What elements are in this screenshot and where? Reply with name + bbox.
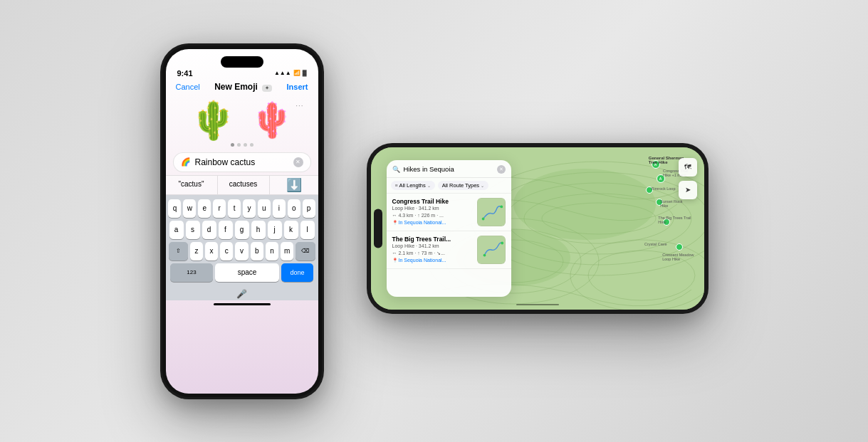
key-q[interactable]: q bbox=[168, 199, 181, 218]
key-z[interactable]: z bbox=[190, 242, 203, 261]
key-a[interactable]: a bbox=[169, 221, 184, 239]
filter-chip-length[interactable]: ≡ All Lengths ⌄ bbox=[391, 181, 435, 190]
clear-search-button[interactable]: ✕ bbox=[293, 157, 303, 167]
trail-type-2: Loop Hike · 341.2 km bbox=[392, 243, 473, 251]
key-r[interactable]: r bbox=[213, 199, 226, 218]
key-row-3: ⇧ z x c v b n m ⌫ bbox=[169, 242, 315, 261]
map-search-input[interactable]: Hikes in Sequoia bbox=[404, 165, 493, 173]
key-g[interactable]: g bbox=[235, 221, 249, 239]
mic-icon[interactable]: 🎤 bbox=[236, 289, 247, 299]
key-i[interactable]: i bbox=[273, 199, 286, 218]
key-c[interactable]: c bbox=[220, 242, 233, 261]
trail-name-1: Congress Trail Hike bbox=[392, 198, 473, 205]
svg-point-10 bbox=[513, 169, 656, 240]
home-indicator bbox=[214, 303, 271, 305]
emoji-item-1[interactable]: 🌵 bbox=[190, 102, 236, 139]
filter-length-icon: ≡ bbox=[395, 183, 398, 188]
key-f[interactable]: f bbox=[219, 221, 233, 239]
page-dots bbox=[166, 143, 318, 147]
key-e[interactable]: e bbox=[198, 199, 211, 218]
trail-distance-1: ↔ 4.3 km · ↑ 226 m · ... bbox=[392, 212, 473, 220]
filter-chip-routes[interactable]: All Route Types ⌄ bbox=[438, 181, 488, 190]
key-shift[interactable]: ⇧ bbox=[169, 242, 188, 261]
key-j[interactable]: j bbox=[268, 221, 282, 239]
map-label-rimrock: Rimrock Loop bbox=[652, 186, 676, 191]
key-b[interactable]: b bbox=[251, 242, 263, 261]
key-x[interactable]: x bbox=[205, 242, 218, 261]
nav-badge: ✦ bbox=[262, 85, 272, 92]
key-m[interactable]: m bbox=[281, 242, 293, 261]
location-button[interactable]: ➤ bbox=[679, 181, 697, 199]
battery-icon: ▓ bbox=[303, 70, 307, 76]
map-controls: 🗺 ➤ bbox=[679, 158, 697, 199]
search-input[interactable]: Rainbow cactus bbox=[195, 157, 289, 167]
key-row-1: q w e r t y u i o p bbox=[169, 199, 315, 218]
key-s[interactable]: s bbox=[186, 221, 200, 239]
map-background: .topo { fill: none; stroke: rgba(130,170… bbox=[371, 147, 704, 310]
insert-button[interactable]: Insert bbox=[287, 83, 308, 91]
more-options-icon[interactable]: ··· bbox=[296, 102, 303, 110]
key-p[interactable]: p bbox=[303, 199, 315, 218]
chevron-down-icon-2: ⌄ bbox=[481, 183, 484, 188]
map-clear-button[interactable]: ✕ bbox=[497, 165, 506, 174]
svg-point-14 bbox=[500, 205, 503, 208]
page-dot-3 bbox=[244, 143, 247, 147]
trail-location-link-1[interactable]: In Sequoia National... bbox=[399, 220, 446, 225]
filter-routes-label: All Route Types bbox=[442, 182, 479, 189]
suggestions-bar: "cactus" cactuses ⬇️ bbox=[166, 175, 318, 195]
key-v[interactable]: v bbox=[235, 242, 248, 261]
key-done[interactable]: done bbox=[281, 263, 313, 282]
trail-item-1[interactable]: Congress Trail Hike Loop Hike · 341.2 km… bbox=[387, 194, 511, 231]
key-row-bottom: 123 space done bbox=[169, 263, 315, 282]
phone-screen: 9:41 ▲▲▲ 📶 ▓ Cancel New Emoji ✦ Insert ·… bbox=[166, 49, 318, 394]
key-u[interactable]: u bbox=[258, 199, 271, 218]
status-bar: 9:41 ▲▲▲ 📶 ▓ bbox=[166, 68, 318, 78]
key-delete[interactable]: ⌫ bbox=[296, 242, 315, 261]
key-numbers[interactable]: 123 bbox=[170, 263, 213, 282]
trail-distance-2: ↔ 2.1 km · ↑ 73 m · ↘... bbox=[392, 250, 473, 258]
camera-cutout bbox=[374, 209, 382, 248]
key-w[interactable]: w bbox=[183, 199, 196, 218]
key-h[interactable]: h bbox=[251, 221, 266, 239]
emoji-area: ··· 🌵 🌵 bbox=[166, 95, 318, 143]
key-l[interactable]: l bbox=[300, 221, 315, 239]
emoji-search-icon: 🌈 bbox=[181, 157, 191, 167]
suggestion-2[interactable]: cactuses bbox=[218, 176, 270, 194]
map-search-bar[interactable]: 🔍 Hikes in Sequoia ✕ bbox=[387, 160, 511, 178]
dynamic-island bbox=[221, 56, 263, 68]
svg-rect-12 bbox=[478, 199, 505, 226]
svg-point-17 bbox=[501, 241, 503, 244]
trail-item-2[interactable]: The Big Trees Trail... Loop Hike · 341.2… bbox=[387, 231, 511, 269]
cancel-button[interactable]: Cancel bbox=[176, 83, 200, 91]
key-space[interactable]: space bbox=[215, 263, 279, 282]
suggestion-3[interactable]: ⬇️ bbox=[270, 176, 318, 194]
svg-point-16 bbox=[483, 253, 486, 256]
map-pin-crescent bbox=[676, 243, 683, 251]
page-dot-4 bbox=[250, 143, 253, 147]
trail-info-1: Congress Trail Hike Loop Hike · 341.2 km… bbox=[392, 198, 473, 225]
suggestion-1[interactable]: "cactus" bbox=[166, 176, 218, 194]
landscape-screen: .topo { fill: none; stroke: rgba(130,170… bbox=[371, 147, 704, 310]
key-n[interactable]: n bbox=[266, 242, 278, 261]
key-k[interactable]: k bbox=[284, 221, 298, 239]
trail-name-2: The Big Trees Trail... bbox=[392, 236, 473, 243]
nav-bar: Cancel New Emoji ✦ Insert bbox=[166, 78, 318, 95]
key-o[interactable]: o bbox=[288, 199, 300, 218]
key-d[interactable]: d bbox=[202, 221, 216, 239]
emoji-search-field[interactable]: 🌈 Rainbow cactus ✕ bbox=[173, 152, 311, 172]
keyboard: q w e r t y u i o p a s d f g bbox=[166, 195, 318, 286]
key-t[interactable]: t bbox=[228, 199, 241, 218]
svg-point-13 bbox=[481, 217, 484, 220]
key-y[interactable]: y bbox=[243, 199, 256, 218]
emoji-item-2[interactable]: 🌵 bbox=[251, 103, 293, 137]
map-type-button[interactable]: 🗺 bbox=[679, 158, 697, 177]
map-label-sunset: Sunset RockHike bbox=[660, 199, 682, 208]
trail-location-link-2[interactable]: In Sequoia National... bbox=[399, 258, 446, 263]
map-label-bigtrees: The Big Trees TrailHike bbox=[658, 216, 691, 224]
status-time: 9:41 bbox=[177, 69, 193, 78]
trail-map-svg-1 bbox=[478, 199, 505, 226]
home-indicator-landscape bbox=[516, 304, 559, 305]
page-dot-1 bbox=[231, 143, 234, 147]
trail-thumbnail-2 bbox=[477, 236, 506, 264]
filter-row: ≡ All Lengths ⌄ All Route Types ⌄ bbox=[387, 178, 511, 194]
